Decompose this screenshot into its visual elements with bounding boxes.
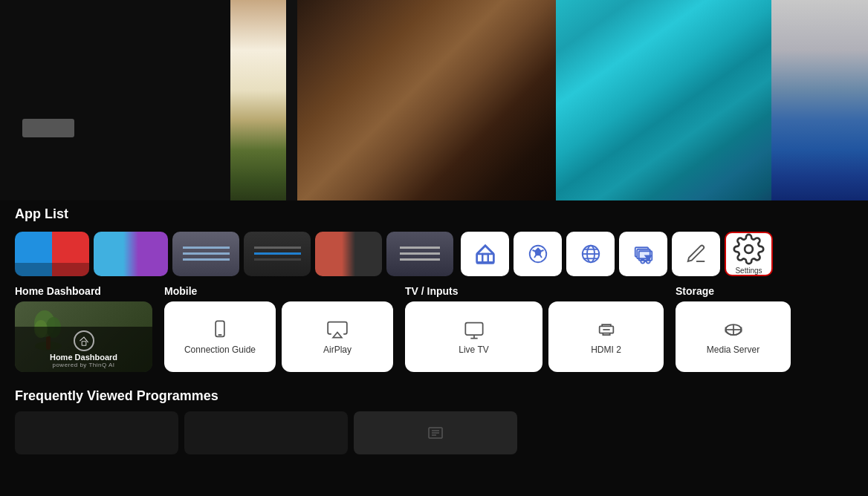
app-tile-6-lines bbox=[400, 252, 440, 255]
svg-point-19 bbox=[745, 245, 753, 253]
home-small-icon bbox=[79, 336, 89, 346]
app-list-title: App List bbox=[15, 200, 853, 222]
home-dashboard-card[interactable]: Home Dashboard powered by ThinQ AI bbox=[15, 301, 152, 372]
small-label-box bbox=[22, 119, 74, 137]
background-thumbnails bbox=[0, 0, 868, 200]
hdmi2-label: HDMI 2 bbox=[591, 345, 621, 355]
svg-point-16 bbox=[641, 259, 644, 263]
freq-item-2[interactable] bbox=[184, 411, 348, 454]
app-tile-2[interactable] bbox=[94, 232, 168, 276]
airplay-card[interactable]: AirPlay bbox=[282, 301, 393, 372]
tv-inputs-section: TV / Inputs Live TV bbox=[405, 285, 664, 372]
settings-icon-gear bbox=[733, 233, 765, 265]
storage-title: Storage bbox=[676, 285, 791, 297]
svg-rect-29 bbox=[465, 322, 482, 334]
svg-line-3 bbox=[532, 250, 535, 251]
app-tile-settings-icon[interactable]: Settings bbox=[725, 232, 773, 276]
home-dashboard-section: Home Dashboard bbox=[15, 285, 152, 372]
hdmi2-card[interactable]: HDMI 2 bbox=[548, 301, 664, 372]
tv-icon bbox=[464, 319, 485, 340]
svg-line-5 bbox=[540, 255, 542, 258]
bg-thumb-book bbox=[230, 0, 286, 200]
media-server-card[interactable]: Media Server bbox=[676, 301, 791, 372]
edit-icon bbox=[685, 243, 707, 265]
bg-thumb-blue bbox=[771, 0, 868, 200]
home-dashboard-title: Home Dashboard bbox=[15, 285, 152, 297]
tv-inputs-title: TV / Inputs bbox=[405, 285, 664, 297]
svg-marker-28 bbox=[333, 332, 342, 337]
app-tile-3-lines bbox=[183, 252, 230, 255]
bg-dark-left bbox=[0, 0, 230, 200]
svg-marker-2 bbox=[535, 248, 541, 255]
app-tile-3[interactable] bbox=[172, 232, 239, 276]
media-server-label: Media Server bbox=[707, 345, 760, 355]
app-tile-4-lines bbox=[254, 252, 301, 255]
app-tile-globe-icon[interactable] bbox=[566, 232, 615, 276]
main-content: App List bbox=[0, 200, 868, 496]
app-tile-home-icon[interactable] bbox=[461, 232, 509, 276]
connection-guide-label: Connection Guide bbox=[184, 345, 256, 355]
frequently-viewed-title: Frequently Viewed Programmes bbox=[15, 382, 853, 404]
list-icon bbox=[427, 424, 444, 442]
mobile-phone-icon bbox=[210, 319, 230, 340]
media-library-icon bbox=[632, 243, 655, 265]
settings-label: Settings bbox=[735, 267, 762, 275]
live-tv-label: Live TV bbox=[459, 345, 488, 355]
svg-point-17 bbox=[646, 259, 650, 263]
home-dashboard-items: Home Dashboard powered by ThinQ AI bbox=[15, 301, 152, 372]
tv-inputs-items: Live TV HDMI 2 bbox=[405, 301, 664, 372]
home-dashboard-label: Home Dashboard bbox=[50, 353, 117, 362]
svg-line-4 bbox=[540, 250, 543, 251]
storage-section: Storage Media Server bbox=[676, 285, 791, 372]
frequently-viewed-section: Frequently Viewed Programmes bbox=[15, 382, 853, 454]
home-icon bbox=[474, 243, 496, 265]
app-tile-1[interactable] bbox=[15, 232, 89, 276]
svg-line-6 bbox=[534, 255, 537, 258]
app-tile-5[interactable] bbox=[315, 232, 382, 276]
home-icon-circle bbox=[74, 330, 94, 351]
bg-thumb-teal bbox=[556, 0, 771, 200]
app-list-row: Settings bbox=[15, 229, 853, 278]
hdmi-icon bbox=[596, 319, 617, 340]
app-tile-4[interactable] bbox=[244, 232, 311, 276]
categories-row: Home Dashboard bbox=[15, 285, 853, 372]
media-server-icon bbox=[723, 319, 744, 340]
thinq-badge: powered by ThinQ AI bbox=[52, 362, 114, 368]
storage-items: Media Server bbox=[676, 301, 791, 372]
svg-rect-25 bbox=[82, 342, 86, 346]
svg-rect-0 bbox=[476, 254, 493, 262]
frequently-viewed-items bbox=[15, 411, 853, 454]
mobile-items: Connection Guide AirPlay bbox=[164, 301, 393, 372]
soccer-icon bbox=[527, 243, 549, 265]
home-dashboard-card-inner: Home Dashboard powered by ThinQ AI bbox=[15, 327, 152, 372]
freq-item-1[interactable] bbox=[15, 411, 178, 454]
mobile-title: Mobile bbox=[164, 285, 393, 297]
app-tile-6[interactable] bbox=[386, 232, 453, 276]
mobile-section: Mobile Connection Guide AirPlay bbox=[164, 285, 393, 372]
app-tile-media-icon[interactable] bbox=[619, 232, 667, 276]
globe-icon bbox=[580, 243, 602, 265]
bg-thumb-earth bbox=[297, 0, 556, 200]
freq-item-3[interactable] bbox=[354, 411, 517, 454]
app-tile-edit-icon[interactable] bbox=[672, 232, 720, 276]
live-tv-card[interactable]: Live TV bbox=[405, 301, 542, 372]
airplay-label: AirPlay bbox=[323, 345, 352, 355]
connection-guide-card[interactable]: Connection Guide bbox=[164, 301, 276, 372]
bg-gap1 bbox=[286, 0, 297, 200]
airplay-icon bbox=[327, 319, 348, 340]
app-tile-soccer-icon[interactable] bbox=[514, 232, 562, 276]
